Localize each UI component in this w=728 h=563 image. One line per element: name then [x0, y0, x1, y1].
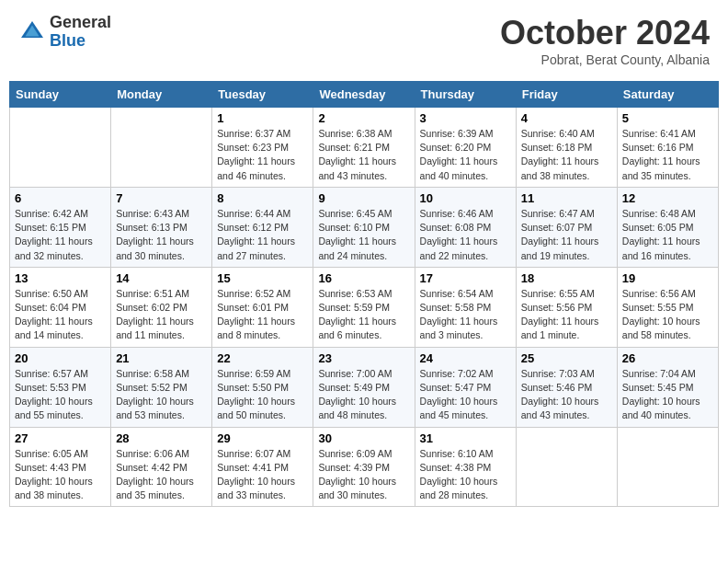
day-cell: 14Sunrise: 6:51 AMSunset: 6:02 PMDayligh…	[111, 267, 212, 347]
day-number: 10	[420, 191, 511, 205]
day-number: 13	[15, 271, 106, 285]
week-row-4: 20Sunrise: 6:57 AMSunset: 5:53 PMDayligh…	[10, 347, 719, 427]
day-info: Sunrise: 6:10 AMSunset: 4:38 PMDaylight:…	[420, 447, 511, 503]
weekday-header-tuesday: Tuesday	[212, 82, 313, 108]
day-info: Sunrise: 6:06 AMSunset: 4:42 PMDaylight:…	[116, 447, 207, 503]
day-info: Sunrise: 6:39 AMSunset: 6:20 PMDaylight:…	[420, 127, 511, 183]
day-number: 11	[521, 191, 612, 205]
day-info: Sunrise: 6:58 AMSunset: 5:52 PMDaylight:…	[116, 367, 207, 423]
weekday-header-sunday: Sunday	[10, 82, 111, 108]
day-cell: 8Sunrise: 6:44 AMSunset: 6:12 PMDaylight…	[212, 187, 313, 267]
day-info: Sunrise: 7:00 AMSunset: 5:49 PMDaylight:…	[318, 367, 409, 423]
day-number: 9	[318, 191, 409, 205]
week-row-3: 13Sunrise: 6:50 AMSunset: 6:04 PMDayligh…	[10, 267, 719, 347]
day-info: Sunrise: 6:57 AMSunset: 5:53 PMDaylight:…	[15, 367, 106, 423]
day-info: Sunrise: 6:46 AMSunset: 6:08 PMDaylight:…	[420, 207, 511, 263]
day-info: Sunrise: 7:03 AMSunset: 5:46 PMDaylight:…	[521, 367, 612, 423]
weekday-header-friday: Friday	[516, 82, 617, 108]
day-cell: 10Sunrise: 6:46 AMSunset: 6:08 PMDayligh…	[415, 187, 516, 267]
logo-blue-text: Blue	[50, 32, 111, 51]
day-cell: 7Sunrise: 6:43 AMSunset: 6:13 PMDaylight…	[111, 187, 212, 267]
day-cell	[10, 108, 111, 188]
weekday-header-monday: Monday	[111, 82, 212, 108]
day-cell	[111, 108, 212, 188]
weekday-header-wednesday: Wednesday	[313, 82, 415, 108]
day-info: Sunrise: 6:40 AMSunset: 6:18 PMDaylight:…	[521, 127, 612, 183]
day-info: Sunrise: 6:56 AMSunset: 5:55 PMDaylight:…	[622, 287, 713, 343]
day-number: 6	[15, 191, 106, 205]
day-number: 4	[521, 111, 612, 125]
day-info: Sunrise: 6:09 AMSunset: 4:39 PMDaylight:…	[318, 447, 409, 503]
day-cell: 16Sunrise: 6:53 AMSunset: 5:59 PMDayligh…	[313, 267, 415, 347]
day-cell: 3Sunrise: 6:39 AMSunset: 6:20 PMDaylight…	[415, 108, 516, 188]
day-info: Sunrise: 6:05 AMSunset: 4:43 PMDaylight:…	[15, 447, 106, 503]
day-number: 30	[318, 431, 409, 445]
day-cell: 5Sunrise: 6:41 AMSunset: 6:16 PMDaylight…	[617, 108, 718, 188]
day-number: 26	[622, 351, 713, 365]
day-cell: 19Sunrise: 6:56 AMSunset: 5:55 PMDayligh…	[617, 267, 718, 347]
day-cell: 23Sunrise: 7:00 AMSunset: 5:49 PMDayligh…	[313, 347, 415, 427]
day-number: 5	[622, 111, 713, 125]
location-title: Pobrat, Berat County, Albania	[500, 52, 710, 67]
day-number: 24	[420, 351, 511, 365]
weekday-row: SundayMondayTuesdayWednesdayThursdayFrid…	[10, 82, 719, 108]
day-number: 23	[318, 351, 409, 365]
calendar: SundayMondayTuesdayWednesdayThursdayFrid…	[9, 81, 719, 507]
day-cell: 4Sunrise: 6:40 AMSunset: 6:18 PMDaylight…	[516, 108, 617, 188]
day-number: 20	[15, 351, 106, 365]
week-row-5: 27Sunrise: 6:05 AMSunset: 4:43 PMDayligh…	[10, 427, 719, 507]
week-row-1: 1Sunrise: 6:37 AMSunset: 6:23 PMDaylight…	[10, 108, 719, 188]
day-number: 16	[318, 271, 409, 285]
weekday-header-thursday: Thursday	[415, 82, 516, 108]
day-info: Sunrise: 6:55 AMSunset: 5:56 PMDaylight:…	[521, 287, 612, 343]
day-cell: 28Sunrise: 6:06 AMSunset: 4:42 PMDayligh…	[111, 427, 212, 507]
day-number: 21	[116, 351, 207, 365]
day-cell: 25Sunrise: 7:03 AMSunset: 5:46 PMDayligh…	[516, 347, 617, 427]
day-cell: 9Sunrise: 6:45 AMSunset: 6:10 PMDaylight…	[313, 187, 415, 267]
weekday-header-saturday: Saturday	[617, 82, 718, 108]
day-cell	[617, 427, 718, 507]
day-info: Sunrise: 6:41 AMSunset: 6:16 PMDaylight:…	[622, 127, 713, 183]
day-info: Sunrise: 6:48 AMSunset: 6:05 PMDaylight:…	[622, 207, 713, 263]
logo-text: General Blue	[50, 14, 111, 51]
day-info: Sunrise: 6:53 AMSunset: 5:59 PMDaylight:…	[318, 287, 409, 343]
day-number: 8	[217, 191, 308, 205]
logo-icon	[18, 18, 46, 46]
day-number: 22	[217, 351, 308, 365]
day-number: 3	[420, 111, 511, 125]
day-number: 17	[420, 271, 511, 285]
day-number: 2	[318, 111, 409, 125]
day-number: 29	[217, 431, 308, 445]
day-cell: 12Sunrise: 6:48 AMSunset: 6:05 PMDayligh…	[617, 187, 718, 267]
day-cell: 20Sunrise: 6:57 AMSunset: 5:53 PMDayligh…	[10, 347, 111, 427]
day-info: Sunrise: 6:51 AMSunset: 6:02 PMDaylight:…	[116, 287, 207, 343]
month-title: October 2024	[500, 14, 710, 52]
day-info: Sunrise: 6:52 AMSunset: 6:01 PMDaylight:…	[217, 287, 308, 343]
day-info: Sunrise: 6:47 AMSunset: 6:07 PMDaylight:…	[521, 207, 612, 263]
day-number: 18	[521, 271, 612, 285]
day-info: Sunrise: 7:04 AMSunset: 5:45 PMDaylight:…	[622, 367, 713, 423]
day-cell: 30Sunrise: 6:09 AMSunset: 4:39 PMDayligh…	[313, 427, 415, 507]
day-info: Sunrise: 6:59 AMSunset: 5:50 PMDaylight:…	[217, 367, 308, 423]
day-info: Sunrise: 6:43 AMSunset: 6:13 PMDaylight:…	[116, 207, 207, 263]
day-cell: 15Sunrise: 6:52 AMSunset: 6:01 PMDayligh…	[212, 267, 313, 347]
week-row-2: 6Sunrise: 6:42 AMSunset: 6:15 PMDaylight…	[10, 187, 719, 267]
day-cell	[516, 427, 617, 507]
day-cell: 24Sunrise: 7:02 AMSunset: 5:47 PMDayligh…	[415, 347, 516, 427]
calendar-header: SundayMondayTuesdayWednesdayThursdayFrid…	[10, 82, 719, 108]
day-info: Sunrise: 6:45 AMSunset: 6:10 PMDaylight:…	[318, 207, 409, 263]
day-info: Sunrise: 7:02 AMSunset: 5:47 PMDaylight:…	[420, 367, 511, 423]
day-info: Sunrise: 6:44 AMSunset: 6:12 PMDaylight:…	[217, 207, 308, 263]
day-cell: 18Sunrise: 6:55 AMSunset: 5:56 PMDayligh…	[516, 267, 617, 347]
day-number: 7	[116, 191, 207, 205]
day-number: 1	[217, 111, 308, 125]
day-number: 31	[420, 431, 511, 445]
day-cell: 22Sunrise: 6:59 AMSunset: 5:50 PMDayligh…	[212, 347, 313, 427]
day-cell: 11Sunrise: 6:47 AMSunset: 6:07 PMDayligh…	[516, 187, 617, 267]
day-cell: 13Sunrise: 6:50 AMSunset: 6:04 PMDayligh…	[10, 267, 111, 347]
day-number: 28	[116, 431, 207, 445]
day-cell: 26Sunrise: 7:04 AMSunset: 5:45 PMDayligh…	[617, 347, 718, 427]
day-cell: 6Sunrise: 6:42 AMSunset: 6:15 PMDaylight…	[10, 187, 111, 267]
header: General Blue October 2024 Pobrat, Berat …	[9, 9, 719, 72]
day-number: 12	[622, 191, 713, 205]
